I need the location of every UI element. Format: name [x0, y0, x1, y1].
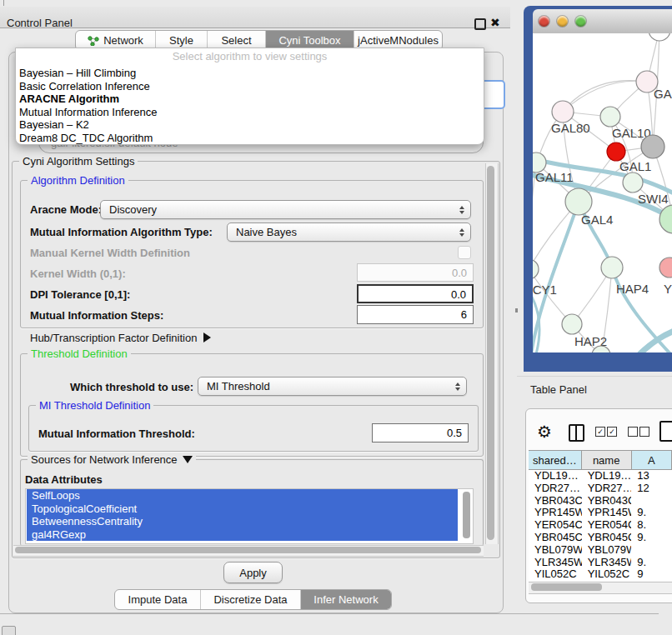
algorithm-option[interactable]: Mutual Information Inference [16, 106, 484, 119]
network-node-HAP4[interactable] [601, 257, 623, 278]
network-node-GCY1[interactable] [533, 259, 539, 279]
unchecked-checkbox-icon[interactable] [628, 427, 638, 437]
table-row[interactable]: YDL19…YDL19…13 [529, 470, 672, 482]
float-panel-icon[interactable] [474, 18, 486, 30]
table-cell[interactable]: YDL19… [529, 470, 582, 482]
table-row[interactable]: YLR345WYLR345W9. [529, 557, 672, 569]
table-cell[interactable]: YPR145W [529, 507, 582, 519]
network-node-GAL10[interactable] [600, 107, 620, 127]
column-header[interactable]: shared… [529, 451, 582, 470]
settings-gear-icon[interactable]: ⚙ [537, 421, 552, 442]
network-node-partial-top[interactable] [649, 33, 670, 41]
table-cell[interactable]: YIL052C [529, 568, 582, 581]
document-icon[interactable] [659, 421, 672, 442]
network-canvas[interactable]: GALGAL80GAL10GAL1GAL11SWI4GAL4GCY1HAP4YH… [533, 33, 672, 352]
bottom-tabbar: Impute Data Discretize Data Infer Networ… [114, 589, 392, 610]
table-cell[interactable]: YDL19… [582, 470, 632, 482]
mi-threshold-field[interactable]: 0.5 [372, 423, 469, 442]
cyni-settings-title: Cyni Algorithm Settings [19, 155, 138, 168]
mi-type-combo[interactable]: Naive Bayes [227, 222, 471, 242]
table-cell[interactable]: YLR345W [529, 557, 582, 569]
table-row[interactable]: YBL079WYBL079W [529, 544, 672, 557]
attribute-item[interactable]: TopologicalCoefficient [27, 502, 458, 516]
attribute-item[interactable]: gal4RGexp [27, 528, 458, 542]
split-columns-icon[interactable] [569, 424, 584, 442]
network-edge [563, 81, 647, 112]
table-cell[interactable]: 8. [631, 519, 672, 532]
table-cell[interactable]: 13 [631, 470, 672, 482]
network-node-SWI4[interactable] [623, 172, 643, 192]
hub-factor-expander[interactable]: Hub/Transcription Factor Definition [30, 332, 211, 344]
table-cell[interactable]: YER054C [582, 519, 632, 532]
table-cell[interactable]: YPR145W [582, 507, 632, 519]
algorithm-option[interactable]: Bayesian – Hill Climbing [16, 67, 484, 80]
table-row[interactable]: YBR045CYBR045C9. [529, 532, 672, 544]
table-hscrollbar-thumb[interactable] [531, 583, 602, 591]
cursor-artifact [515, 308, 518, 312]
settings-hscrollbar-thumb[interactable] [15, 547, 481, 553]
table-cell[interactable]: YBR045C [529, 532, 582, 544]
table-cell[interactable]: 9 [631, 568, 672, 581]
network-node-GAL80[interactable] [552, 101, 574, 122]
table-cell[interactable]: 9. [631, 557, 672, 569]
corner-icon[interactable] [2, 626, 16, 635]
network-window-titlebar[interactable] [533, 9, 672, 34]
network-node-GAL1[interactable] [607, 142, 625, 161]
table-cell[interactable]: YBR043C [529, 495, 582, 508]
algorithm-option[interactable]: ARACNE Algorithm [16, 92, 484, 106]
dpi-tolerance-field[interactable]: 0.0 [357, 284, 474, 303]
table-cell[interactable]: YBL079W [529, 544, 582, 557]
minimize-traffic-light[interactable] [557, 16, 568, 27]
column-header[interactable]: A [632, 451, 672, 470]
table-cell[interactable]: YLR345W [582, 557, 632, 569]
table-cell[interactable]: 12 [631, 482, 672, 495]
sources-title[interactable]: Sources for Network Inference [28, 453, 196, 466]
manual-kernel-checkbox[interactable] [458, 246, 471, 259]
checked-checkbox-icon[interactable]: ✓ [595, 427, 605, 437]
table-cell[interactable]: YIL052C [582, 568, 632, 581]
checked-checkbox-icon[interactable]: ✓ [607, 427, 617, 437]
table-cell[interactable]: YBL079W [582, 544, 632, 557]
algorithm-option[interactable]: Dream8 DC_TDC Algorithm [16, 132, 484, 145]
which-threshold-combo[interactable]: MI Threshold [198, 377, 467, 396]
network-node-HAP2[interactable] [562, 314, 582, 334]
table-cell[interactable]: YER054C [529, 519, 582, 532]
table-cell[interactable]: 9. [631, 507, 672, 519]
table-cell[interactable] [631, 495, 672, 508]
mi-steps-field[interactable]: 6 [357, 305, 474, 324]
table-cell[interactable]: 9. [631, 532, 672, 544]
network-node-salmon-node[interactable] [659, 258, 672, 278]
column-header[interactable]: name [582, 451, 632, 470]
table-row[interactable]: YPR145WYPR145W9. [529, 507, 672, 519]
network-node-GAL4[interactable] [565, 188, 592, 215]
algorithm-option[interactable]: Basic Correlation Inference [16, 80, 484, 93]
table-row[interactable]: YER054CYER054C8. [529, 519, 672, 532]
tab-discretize-data[interactable]: Discretize Data [201, 590, 301, 609]
table-cell[interactable] [631, 544, 672, 557]
close-panel-icon[interactable]: ✖ [490, 16, 500, 29]
table-row[interactable]: YDR27…YDR27…12 [529, 482, 672, 495]
table-row[interactable]: YBR043CYBR043C [529, 495, 672, 508]
table-cell[interactable]: YBR043C [582, 495, 632, 508]
table-cell[interactable]: YDR27… [529, 482, 582, 495]
kernel-width-field[interactable]: 0.0 [357, 263, 474, 282]
node-label-pink-top: GAL [654, 87, 672, 101]
apply-button[interactable]: Apply [223, 562, 283, 583]
attribute-item[interactable]: SelfLoops [27, 489, 458, 502]
zoom-traffic-light[interactable] [575, 16, 586, 27]
close-traffic-light[interactable] [539, 16, 549, 27]
unchecked-checkbox-icon[interactable] [639, 427, 649, 437]
node-label-GAL4: GAL4 [581, 212, 613, 227]
table-cell[interactable]: YDR27… [582, 482, 632, 495]
attributes-scrollbar-thumb[interactable] [463, 492, 470, 538]
tab-impute-data[interactable]: Impute Data [115, 590, 201, 609]
table-cell[interactable]: YBR045C [582, 532, 632, 544]
tab-infer-network[interactable]: Infer Network [301, 590, 391, 609]
network-node-grey-node[interactable] [641, 135, 664, 158]
table-row[interactable]: YIL052CYIL052C9 [529, 568, 672, 581]
algorithm-option[interactable]: Bayesian – K2 [16, 118, 484, 132]
settings-vscrollbar-thumb[interactable] [487, 166, 494, 540]
aracne-mode-combo[interactable]: Discovery [100, 200, 471, 219]
attribute-item[interactable]: BetweennessCentrality [27, 515, 458, 528]
network-node-big-green[interactable] [659, 205, 672, 233]
